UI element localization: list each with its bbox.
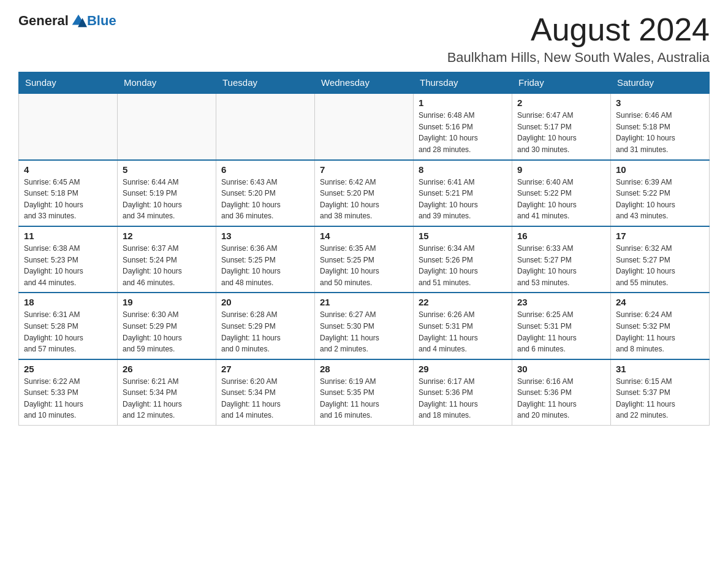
calendar-cell: 30Sunrise: 6:16 AM Sunset: 5:36 PM Dayli… [512,359,611,426]
day-number: 3 [616,98,704,108]
day-info: Sunrise: 6:15 AM Sunset: 5:37 PM Dayligh… [616,376,704,421]
day-info: Sunrise: 6:19 AM Sunset: 5:35 PM Dayligh… [320,376,408,421]
week-row-2: 4Sunrise: 6:45 AM Sunset: 5:18 PM Daylig… [19,160,710,226]
weekday-header-monday: Monday [118,72,216,94]
logo: General Blue [18,12,116,29]
calendar-cell: 3Sunrise: 6:46 AM Sunset: 5:18 PM Daylig… [611,93,710,159]
weekday-header-wednesday: Wednesday [315,72,414,94]
day-number: 11 [24,231,112,241]
calendar-cell [315,93,414,159]
day-number: 17 [616,231,704,241]
day-info: Sunrise: 6:44 AM Sunset: 5:19 PM Dayligh… [123,177,211,222]
calendar-cell: 14Sunrise: 6:35 AM Sunset: 5:25 PM Dayli… [315,226,414,293]
day-info: Sunrise: 6:46 AM Sunset: 5:18 PM Dayligh… [616,110,704,155]
calendar-cell: 29Sunrise: 6:17 AM Sunset: 5:36 PM Dayli… [414,359,512,426]
day-info: Sunrise: 6:42 AM Sunset: 5:20 PM Dayligh… [320,177,408,222]
calendar-cell: 27Sunrise: 6:20 AM Sunset: 5:34 PM Dayli… [216,359,315,426]
calendar-cell: 12Sunrise: 6:37 AM Sunset: 5:24 PM Dayli… [118,226,216,293]
month-title: August 2024 [447,12,710,47]
calendar-cell: 9Sunrise: 6:40 AM Sunset: 5:22 PM Daylig… [512,160,611,226]
week-row-3: 11Sunrise: 6:38 AM Sunset: 5:23 PM Dayli… [19,226,710,293]
day-number: 26 [123,364,211,374]
day-info: Sunrise: 6:36 AM Sunset: 5:25 PM Dayligh… [221,243,309,288]
calendar-cell: 20Sunrise: 6:28 AM Sunset: 5:29 PM Dayli… [216,293,315,359]
calendar-cell: 18Sunrise: 6:31 AM Sunset: 5:28 PM Dayli… [19,293,118,359]
day-info: Sunrise: 6:34 AM Sunset: 5:26 PM Dayligh… [419,243,507,288]
day-info: Sunrise: 6:48 AM Sunset: 5:16 PM Dayligh… [419,110,507,155]
day-number: 23 [517,297,605,307]
calendar-cell [118,93,216,159]
calendar-cell: 8Sunrise: 6:41 AM Sunset: 5:21 PM Daylig… [414,160,512,226]
weekday-header-saturday: Saturday [611,72,710,94]
day-number: 10 [616,164,704,175]
calendar-cell: 23Sunrise: 6:25 AM Sunset: 5:31 PM Dayli… [512,293,611,359]
page-header: General Blue August 2024 Baulkham Hills,… [18,12,710,66]
day-number: 13 [221,231,309,241]
day-info: Sunrise: 6:39 AM Sunset: 5:22 PM Dayligh… [616,177,704,222]
logo-icon [70,12,87,29]
day-info: Sunrise: 6:32 AM Sunset: 5:27 PM Dayligh… [616,243,704,288]
calendar-cell: 26Sunrise: 6:21 AM Sunset: 5:34 PM Dayli… [118,359,216,426]
day-number: 28 [320,364,408,374]
calendar-cell: 4Sunrise: 6:45 AM Sunset: 5:18 PM Daylig… [19,160,118,226]
calendar-cell: 22Sunrise: 6:26 AM Sunset: 5:31 PM Dayli… [414,293,512,359]
day-info: Sunrise: 6:22 AM Sunset: 5:33 PM Dayligh… [24,376,112,421]
day-number: 24 [616,297,704,307]
day-info: Sunrise: 6:45 AM Sunset: 5:18 PM Dayligh… [24,177,112,222]
day-number: 12 [123,231,211,241]
calendar-cell: 25Sunrise: 6:22 AM Sunset: 5:33 PM Dayli… [19,359,118,426]
weekday-header-thursday: Thursday [414,72,512,94]
calendar-cell: 11Sunrise: 6:38 AM Sunset: 5:23 PM Dayli… [19,226,118,293]
weekday-header-row: SundayMondayTuesdayWednesdayThursdayFrid… [19,72,710,94]
calendar-cell: 21Sunrise: 6:27 AM Sunset: 5:30 PM Dayli… [315,293,414,359]
logo-text-blue: Blue [87,13,116,29]
day-info: Sunrise: 6:27 AM Sunset: 5:30 PM Dayligh… [320,309,408,354]
day-info: Sunrise: 6:33 AM Sunset: 5:27 PM Dayligh… [517,243,605,288]
day-number: 15 [419,231,507,241]
calendar-cell: 16Sunrise: 6:33 AM Sunset: 5:27 PM Dayli… [512,226,611,293]
calendar-cell: 15Sunrise: 6:34 AM Sunset: 5:26 PM Dayli… [414,226,512,293]
day-number: 25 [24,364,112,374]
day-info: Sunrise: 6:40 AM Sunset: 5:22 PM Dayligh… [517,177,605,222]
day-info: Sunrise: 6:16 AM Sunset: 5:36 PM Dayligh… [517,376,605,421]
day-number: 2 [517,98,605,108]
day-number: 5 [123,164,211,175]
day-number: 18 [24,297,112,307]
week-row-4: 18Sunrise: 6:31 AM Sunset: 5:28 PM Dayli… [19,293,710,359]
day-info: Sunrise: 6:17 AM Sunset: 5:36 PM Dayligh… [419,376,507,421]
calendar-cell: 24Sunrise: 6:24 AM Sunset: 5:32 PM Dayli… [611,293,710,359]
day-info: Sunrise: 6:41 AM Sunset: 5:21 PM Dayligh… [419,177,507,222]
weekday-header-friday: Friday [512,72,611,94]
day-number: 19 [123,297,211,307]
week-row-5: 25Sunrise: 6:22 AM Sunset: 5:33 PM Dayli… [19,359,710,426]
day-info: Sunrise: 6:20 AM Sunset: 5:34 PM Dayligh… [221,376,309,421]
day-number: 22 [419,297,507,307]
calendar-cell: 10Sunrise: 6:39 AM Sunset: 5:22 PM Dayli… [611,160,710,226]
day-info: Sunrise: 6:26 AM Sunset: 5:31 PM Dayligh… [419,309,507,354]
day-number: 20 [221,297,309,307]
logo-text-general: General [18,13,69,29]
day-number: 14 [320,231,408,241]
day-number: 21 [320,297,408,307]
day-number: 8 [419,164,507,175]
week-row-1: 1Sunrise: 6:48 AM Sunset: 5:16 PM Daylig… [19,93,710,159]
weekday-header-sunday: Sunday [19,72,118,94]
calendar-table: SundayMondayTuesdayWednesdayThursdayFrid… [18,72,710,426]
weekday-header-tuesday: Tuesday [216,72,315,94]
day-number: 30 [517,364,605,374]
day-info: Sunrise: 6:28 AM Sunset: 5:29 PM Dayligh… [221,309,309,354]
calendar-cell: 6Sunrise: 6:43 AM Sunset: 5:20 PM Daylig… [216,160,315,226]
calendar-cell: 19Sunrise: 6:30 AM Sunset: 5:29 PM Dayli… [118,293,216,359]
calendar-cell: 1Sunrise: 6:48 AM Sunset: 5:16 PM Daylig… [414,93,512,159]
day-number: 27 [221,364,309,374]
day-number: 29 [419,364,507,374]
calendar-cell: 7Sunrise: 6:42 AM Sunset: 5:20 PM Daylig… [315,160,414,226]
day-info: Sunrise: 6:21 AM Sunset: 5:34 PM Dayligh… [123,376,211,421]
location-title: Baulkham Hills, New South Wales, Austral… [447,50,710,66]
day-info: Sunrise: 6:24 AM Sunset: 5:32 PM Dayligh… [616,309,704,354]
day-number: 7 [320,164,408,175]
calendar-cell: 2Sunrise: 6:47 AM Sunset: 5:17 PM Daylig… [512,93,611,159]
day-info: Sunrise: 6:37 AM Sunset: 5:24 PM Dayligh… [123,243,211,288]
calendar-cell: 13Sunrise: 6:36 AM Sunset: 5:25 PM Dayli… [216,226,315,293]
day-number: 9 [517,164,605,175]
